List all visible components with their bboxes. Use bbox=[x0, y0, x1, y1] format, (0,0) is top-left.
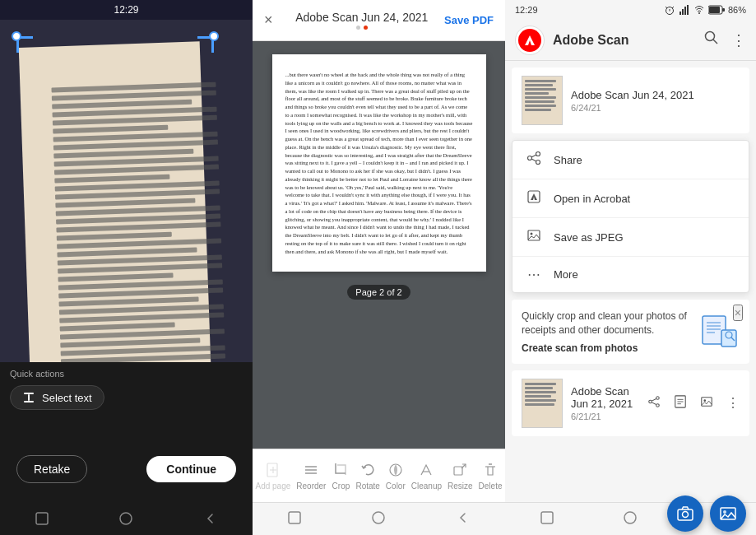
select-text-button[interactable]: Select text bbox=[10, 385, 104, 410]
add-page-tool[interactable]: Add page bbox=[255, 461, 290, 491]
svg-rect-28 bbox=[722, 8, 725, 12]
quick-actions-bar: Quick actions Select text bbox=[0, 362, 253, 436]
text-line bbox=[56, 222, 220, 233]
thumb-line bbox=[525, 395, 551, 398]
doc-item-main: Adobe Scan Jun 24, 2021 6/24/21 bbox=[512, 67, 749, 133]
text-line bbox=[54, 165, 219, 175]
nav-bar-middle bbox=[253, 502, 505, 535]
svg-point-58 bbox=[703, 399, 706, 402]
fab-gallery-button[interactable] bbox=[710, 495, 746, 532]
svg-rect-38 bbox=[528, 230, 540, 240]
promo-cta[interactable]: Create scan from photos bbox=[522, 342, 690, 354]
continue-button[interactable]: Continue bbox=[146, 456, 236, 482]
dropdown-more[interactable]: ⋯ More bbox=[513, 257, 749, 292]
time-right: 12:29 bbox=[515, 5, 538, 15]
thumb-line bbox=[525, 92, 549, 95]
doc-image-icon[interactable] bbox=[700, 395, 713, 412]
doc-more-icon[interactable]: ⋮ bbox=[726, 395, 740, 412]
delete-tool[interactable]: Delete bbox=[479, 461, 503, 491]
pdf-page-text: ...but there wasn't no wheel at the back… bbox=[285, 71, 473, 255]
doc-item-header[interactable]: Adobe Scan Jun 24, 2021 6/24/21 bbox=[512, 67, 749, 133]
nav-square-right[interactable] bbox=[540, 510, 554, 528]
pdf-toolbar: Add page Reorder Crop Rotate Color bbox=[253, 449, 505, 502]
doc-share-icon[interactable] bbox=[647, 395, 661, 412]
adobe-logo bbox=[515, 26, 545, 55]
handle-tr[interactable] bbox=[209, 31, 219, 41]
nav-circle-right[interactable] bbox=[623, 510, 638, 528]
svg-point-30 bbox=[706, 32, 715, 41]
svg-point-64 bbox=[723, 510, 726, 514]
fab-scan-button[interactable] bbox=[667, 495, 703, 532]
camera-icon bbox=[676, 505, 694, 523]
nav-circle-icon[interactable] bbox=[114, 506, 138, 531]
nav-circle-mid[interactable] bbox=[371, 510, 386, 528]
save-pdf-button[interactable]: Save PDF bbox=[444, 14, 494, 26]
right-bottom bbox=[505, 502, 756, 535]
pdf-title-dots bbox=[356, 26, 368, 30]
bottom-actions: Retake Continue bbox=[0, 436, 253, 502]
nav-square-mid[interactable] bbox=[287, 510, 302, 528]
promo-close-button[interactable]: × bbox=[733, 305, 743, 321]
svg-rect-22 bbox=[682, 9, 684, 15]
svg-point-62 bbox=[683, 512, 689, 518]
svg-point-34 bbox=[528, 156, 532, 160]
add-page-icon bbox=[264, 461, 282, 479]
reorder-tool[interactable]: Reorder bbox=[296, 461, 326, 491]
dropdown-open-acrobat[interactable]: Open in Acrobat bbox=[513, 179, 749, 218]
rotate-icon bbox=[359, 461, 377, 479]
handle-tl[interactable] bbox=[12, 31, 21, 41]
right-header: Adobe Scan ⋮ bbox=[505, 20, 756, 61]
doc-pdf-icon[interactable] bbox=[674, 395, 687, 412]
nav-back-mid[interactable] bbox=[456, 510, 471, 528]
crop-label: Crop bbox=[332, 482, 350, 491]
pdf-close-button[interactable]: × bbox=[264, 12, 273, 29]
svg-rect-27 bbox=[709, 7, 720, 13]
doc-item-secondary[interactable]: Adobe Scan Jun 21, 2021 6/21/21 ⋮ bbox=[512, 370, 749, 436]
cleanup-icon bbox=[417, 461, 435, 479]
search-button[interactable] bbox=[703, 30, 720, 50]
right-content[interactable]: Adobe Scan Jun 24, 2021 6/24/21 Share Op… bbox=[505, 61, 756, 502]
svg-rect-1 bbox=[28, 394, 30, 401]
dropdown-share[interactable]: Share bbox=[513, 141, 749, 179]
svg-point-48 bbox=[656, 396, 660, 399]
status-icons: 86% bbox=[664, 4, 746, 16]
thumb-line bbox=[525, 399, 556, 402]
save-jpeg-label: Save as JPEG bbox=[554, 231, 624, 244]
resize-tool[interactable]: Resize bbox=[448, 461, 473, 491]
dot-2-active bbox=[364, 26, 368, 30]
retake-button[interactable]: Retake bbox=[16, 455, 87, 483]
svg-rect-24 bbox=[687, 5, 689, 15]
cleanup-tool[interactable]: Cleanup bbox=[411, 461, 442, 491]
svg-line-36 bbox=[531, 159, 536, 161]
pdf-page: ...but there wasn't no wheel at the back… bbox=[272, 54, 486, 272]
wifi-icon bbox=[693, 4, 705, 16]
dropdown-menu: Share Open in Acrobat Save as JPEG ⋯ Mor… bbox=[512, 140, 749, 293]
delete-icon bbox=[481, 461, 499, 479]
svg-point-60 bbox=[624, 512, 636, 523]
dropdown-save-jpeg[interactable]: Save as JPEG bbox=[513, 218, 749, 257]
thumb-line bbox=[525, 105, 556, 107]
gallery-icon bbox=[719, 505, 737, 523]
more-options-button[interactable]: ⋮ bbox=[731, 31, 746, 49]
resize-icon bbox=[451, 461, 469, 479]
text-line bbox=[60, 323, 175, 332]
camera-view bbox=[0, 20, 253, 362]
svg-point-33 bbox=[536, 160, 540, 165]
pdf-content[interactable]: ...but there wasn't no wheel at the back… bbox=[253, 41, 505, 449]
text-line bbox=[58, 263, 222, 273]
rotate-tool[interactable]: Rotate bbox=[355, 461, 379, 491]
svg-point-25 bbox=[698, 12, 700, 14]
nav-back-icon[interactable] bbox=[198, 506, 223, 531]
text-line bbox=[57, 232, 172, 241]
thumb-line bbox=[525, 88, 556, 91]
color-tool[interactable]: Color bbox=[386, 461, 406, 491]
right-header-icons: ⋮ bbox=[703, 30, 746, 50]
svg-point-39 bbox=[531, 233, 533, 235]
nav-square-icon[interactable] bbox=[30, 506, 54, 531]
reorder-icon bbox=[302, 461, 320, 479]
crop-tool[interactable]: Crop bbox=[332, 461, 350, 491]
more-dots-icon: ⋯ bbox=[526, 267, 542, 282]
thumb-line bbox=[525, 109, 551, 111]
delete-label: Delete bbox=[479, 482, 503, 491]
battery-icon bbox=[708, 5, 725, 15]
